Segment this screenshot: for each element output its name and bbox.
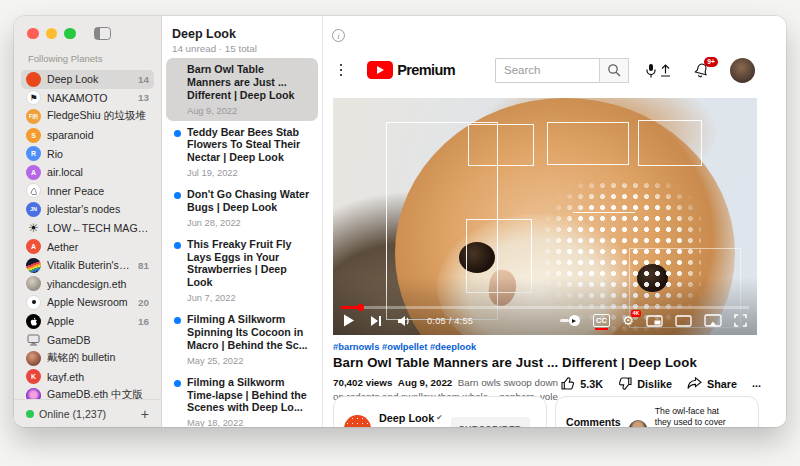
sidebar-item-lowtech[interactable]: ☀ LOW←TECH MAGAZINE	[21, 219, 154, 238]
search-button[interactable]	[599, 58, 629, 83]
unread-badge: 20	[138, 297, 149, 308]
zoom-window-button[interactable]	[64, 28, 76, 40]
sidebar-item-apple[interactable]: Apple 16	[21, 312, 154, 331]
profile-avatar[interactable]	[730, 58, 755, 83]
next-icon[interactable]	[370, 315, 382, 327]
add-planet-button[interactable]: +	[141, 406, 149, 422]
settings-button[interactable]: ⚙ 4K	[622, 314, 634, 327]
youtube-premium-logo[interactable]: Premium	[367, 61, 455, 79]
sidebar-item-fledgeshiu[interactable]: F的 FledgeShiu 的垃圾堆	[21, 107, 154, 126]
sidebar-section-header: Following Planets	[28, 53, 161, 64]
share-button[interactable]: Share	[687, 377, 737, 390]
article-row[interactable]: Don't Go Chasing Water Bugs | Deep Look …	[166, 183, 318, 233]
progress-bar[interactable]	[341, 306, 749, 309]
sidebar-item-gamedb[interactable]: GameDB	[21, 330, 154, 349]
sidebar-item-daiming-bulletin[interactable]: 戴铭的 bulletin	[21, 349, 154, 368]
app-window: Following Planets Deep Look 14 ⚑ NAKAMOT…	[14, 16, 786, 427]
thumbs-down-icon	[618, 377, 632, 390]
apple-newsroom-feed-icon	[26, 295, 41, 310]
deep-look-feed-icon	[26, 72, 41, 87]
sparanoid-feed-icon: S	[26, 128, 41, 143]
subscribed-button[interactable]: SUBSCRIBED	[451, 417, 531, 427]
miniplayer-icon[interactable]	[646, 315, 663, 327]
info-icon[interactable]: i	[332, 29, 345, 42]
titlebar	[14, 16, 161, 40]
online-status-text: Online (1,237)	[39, 408, 106, 420]
sidebar-item-yihancdesign[interactable]: yihancdesign.eth	[21, 275, 154, 294]
article-row[interactable]: Teddy Bear Bees Stab Flowers To Steal Th…	[166, 121, 318, 184]
minimize-window-button[interactable]	[46, 28, 58, 40]
player-controls: 0:05 / 4:55 CC ⚙ 4K	[343, 310, 747, 331]
more-actions-button[interactable]: ...	[752, 377, 761, 389]
video-player[interactable]: 0:05 / 4:55 CC ⚙ 4K	[333, 98, 757, 335]
autoplay-toggle[interactable]	[560, 315, 581, 326]
cast-icon[interactable]	[704, 314, 722, 327]
article-row[interactable]: Filming A Silkworm Spinning Its Cocoon i…	[166, 308, 318, 371]
sidebar-footer: Online (1,237) +	[14, 399, 161, 427]
sidebar-item-aether[interactable]: A Aether	[21, 237, 154, 256]
jolestar-feed-icon: JN	[26, 202, 41, 217]
channel-avatar[interactable]	[344, 415, 371, 427]
sidebar-item-sparanoid[interactable]: S sparanoid	[21, 126, 154, 145]
comments-card[interactable]: Comments 353 The owl-face hat they used …	[555, 396, 759, 427]
computer-icon	[26, 332, 41, 347]
unread-dot	[174, 242, 181, 249]
microphone-icon	[644, 63, 658, 78]
volume-icon[interactable]	[397, 315, 412, 327]
channel-card[interactable]: Deep Look ✔ 1.99M subscribers SUBSCRIBED	[333, 396, 547, 427]
article-row[interactable]: Filming a Silkworm Time-lapse | Behind t…	[166, 371, 318, 427]
sidebar: Following Planets Deep Look 14 ⚑ NAKAMOT…	[14, 16, 162, 427]
sidebar-item-vitalik[interactable]: Vitalik Buterin's we... 81	[21, 256, 154, 275]
video-title: Barn Owl Table Manners are Just ... Diff…	[333, 355, 761, 370]
comment-preview: The owl-face hat they used to cover the …	[655, 406, 735, 427]
sidebar-item-inner-peace[interactable]: Inner Peace	[21, 182, 154, 201]
playback-time: 0:05 / 4:55	[427, 316, 473, 326]
fullscreen-icon[interactable]	[734, 314, 747, 327]
share-icon	[687, 377, 702, 390]
unread-dot	[174, 192, 181, 199]
sidebar-item-kayf[interactable]: K kayf.eth	[21, 368, 154, 387]
channel-name[interactable]: Deep Look	[379, 412, 434, 424]
theater-mode-icon[interactable]	[675, 315, 692, 327]
publish-date: Aug 9, 2022	[398, 377, 452, 388]
captions-button[interactable]: CC	[593, 314, 611, 327]
progress-fill	[341, 306, 361, 309]
graphic-overlay-rect	[468, 124, 534, 166]
daiming-feed-icon	[26, 351, 41, 366]
sidebar-item-deep-look[interactable]: Deep Look 14	[21, 70, 154, 89]
sidebar-item-jolestar[interactable]: JN jolestar's nodes	[21, 200, 154, 219]
bottom-cards: Deep Look ✔ 1.99M subscribers SUBSCRIBED…	[333, 396, 759, 427]
unread-dot	[174, 317, 181, 324]
graphic-overlay-rect	[547, 122, 629, 165]
hashtag-links[interactable]: #barnowls #owlpellet #deeplook	[333, 341, 761, 352]
subscriber-count: 1.99M subscribers	[379, 426, 443, 427]
unread-badge: 16	[138, 316, 149, 327]
sidebar-item-rio[interactable]: R Rio	[21, 144, 154, 163]
hamburger-menu-icon[interactable]	[340, 64, 342, 76]
play-icon[interactable]	[343, 314, 355, 327]
dislike-button[interactable]: Dislike	[618, 377, 672, 390]
search-input[interactable]	[495, 58, 599, 83]
sidebar-item-apple-newsroom[interactable]: Apple Newsroom 20	[21, 293, 154, 312]
player-controls-right: CC ⚙ 4K	[560, 314, 748, 327]
sidebar-item-gamedb-cn[interactable]: GameDB.eth 中文版	[21, 386, 154, 399]
article-row[interactable]: Barn Owl Table Manners are Just ... Diff…	[166, 58, 318, 121]
upload-button[interactable]	[658, 63, 673, 78]
sun-icon: ☀	[26, 221, 41, 236]
toggle-sidebar-icon[interactable]	[94, 27, 111, 40]
close-window-button[interactable]	[27, 28, 39, 40]
sidebar-item-nakamoto[interactable]: ⚑ NAKAMOTO 13	[21, 89, 154, 108]
header-actions: 9+	[658, 58, 755, 83]
like-button[interactable]: 5.3K	[561, 377, 603, 390]
article-row[interactable]: This Freaky Fruit Fly Lays Eggs in Your …	[166, 233, 318, 308]
aether-feed-icon: A	[26, 239, 41, 254]
sidebar-item-air-local[interactable]: A air.local	[21, 163, 154, 182]
graphic-overlay-rect	[638, 120, 702, 166]
unread-dot	[174, 380, 181, 387]
voice-search-button[interactable]	[644, 63, 658, 78]
feed-title: Deep Look	[162, 27, 322, 41]
unread-dot	[174, 130, 181, 137]
chevron-right-icon[interactable]: ›	[743, 421, 748, 427]
notifications-button[interactable]: 9+	[694, 62, 709, 78]
flag-icon: ⚑	[26, 90, 41, 105]
